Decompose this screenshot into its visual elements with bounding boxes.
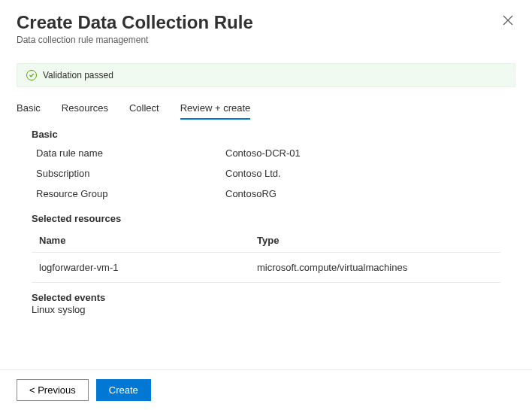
check-circle-icon — [26, 70, 37, 80]
validation-message: Validation passed — [43, 70, 113, 80]
cell-resource-type: microsoft.compute/virtualmachines — [257, 262, 407, 273]
value-subscription: Contoso Ltd. — [225, 168, 281, 179]
row-data-rule-name: Data rule name Contoso-DCR-01 — [32, 147, 500, 159]
selected-events-value: Linux syslog — [32, 304, 500, 315]
selected-events-title: Selected events — [32, 292, 500, 303]
close-button[interactable] — [500, 14, 515, 29]
tab-collect[interactable]: Collect — [129, 102, 159, 120]
label-data-rule-name: Data rule name — [32, 147, 225, 159]
col-type: Type — [257, 235, 279, 246]
section-basic: Basic — [32, 129, 500, 140]
col-name: Name — [39, 235, 257, 246]
section-selected-events: Selected events Linux syslog — [32, 292, 500, 315]
resources-table-header: Name Type — [32, 229, 500, 252]
row-resource-group: Resource Group ContosoRG — [32, 188, 500, 199]
page-subtitle: Data collection rule management — [17, 35, 515, 45]
label-resource-group: Resource Group — [32, 188, 225, 199]
close-icon — [503, 15, 513, 28]
value-data-rule-name: Contoso-DCR-01 — [225, 147, 301, 159]
tab-review-create[interactable]: Review + create — [180, 102, 251, 120]
cell-resource-name: logforwarder-vm-1 — [39, 262, 257, 273]
section-selected-resources: Selected resources — [32, 213, 500, 224]
value-resource-group: ContosoRG — [225, 188, 277, 199]
tab-basic[interactable]: Basic — [17, 102, 41, 120]
tabs: Basic Resources Collect Review + create — [0, 87, 532, 120]
create-button[interactable]: Create — [96, 379, 151, 401]
previous-button[interactable]: < Previous — [17, 379, 89, 401]
page-title: Create Data Collection Rule — [17, 12, 515, 33]
footer: < Previous Create — [0, 369, 532, 410]
validation-banner: Validation passed — [17, 63, 515, 87]
tab-resources[interactable]: Resources — [62, 102, 108, 120]
label-subscription: Subscription — [32, 168, 225, 179]
row-subscription: Subscription Contoso Ltd. — [32, 168, 500, 179]
table-row: logforwarder-vm-1 microsoft.compute/virt… — [32, 252, 500, 283]
